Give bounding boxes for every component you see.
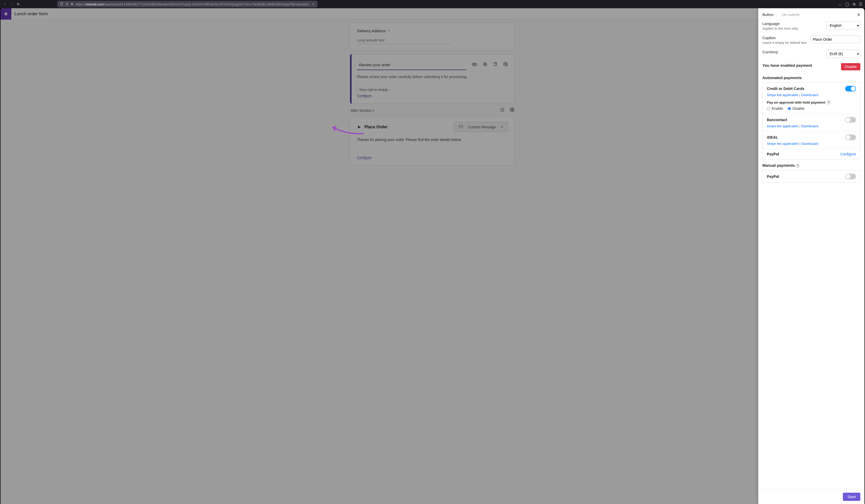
bookmark-star-icon[interactable]: ☆ [312,2,315,6]
shield-icon [60,2,64,7]
menu-icon[interactable]: ☰ [859,2,862,7]
url-bar[interactable]: ⚙ https://neartail.com/dashboard/1145653… [57,1,318,8]
account-icon[interactable]: ◯ [845,2,849,7]
permissions-icon: ⚙ [71,2,73,6]
pocket-icon[interactable]: ⌄ [839,2,842,7]
extensions-icon[interactable]: ⧉ [853,2,855,7]
browser-chrome: ← → ↻ ⚙ https://neartail.com/dashboard/1… [0,0,865,8]
lock-icon [66,2,69,6]
forward-button[interactable]: → [9,2,14,6]
back-button[interactable]: ← [3,2,7,6]
url-text: https://neartail.com/dashboard/114565391… [76,2,310,6]
reload-button[interactable]: ↻ [16,2,21,6]
svg-rect-0 [66,4,68,5]
